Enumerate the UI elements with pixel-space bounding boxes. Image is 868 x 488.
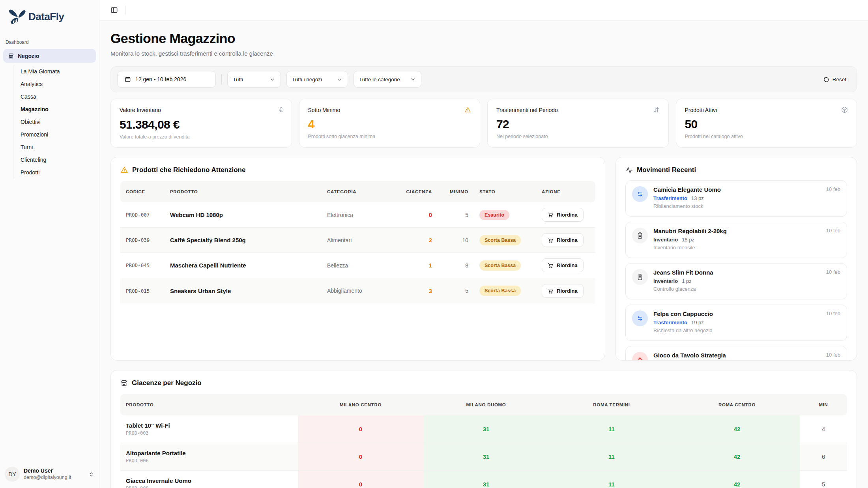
kpi-subtitle: Nel periodo selezionato	[496, 134, 660, 139]
min-value: 10	[438, 237, 474, 243]
product-category: Abbigliamento	[322, 288, 395, 294]
product-name: Sneakers Urban Style	[165, 288, 322, 294]
sidebar-item-prodotti[interactable]: Prodotti	[19, 166, 96, 179]
store-filter-value: Tutti i negozi	[292, 77, 322, 82]
col-roma-centro: Roma Centro	[674, 402, 800, 407]
movement-qty: 18 pz	[682, 237, 694, 243]
col-codice: Codice	[120, 189, 165, 194]
movement-date: 10 feb	[826, 269, 840, 275]
kpi-below-minimum: Sotto Minimo 4 Prodotti sotto giacenza m…	[299, 99, 481, 148]
store-icon	[8, 53, 14, 59]
sidebar-item-cassa[interactable]: Cassa	[19, 90, 96, 103]
logo: DataFly	[0, 0, 99, 31]
sidebar-item-analytics[interactable]: Analytics	[19, 78, 96, 90]
col-giacenza: Giacenza	[395, 189, 438, 194]
store-filter-select[interactable]: Tutti i negozi	[286, 71, 348, 88]
table-row: Tablet 10" Wi-Fi PROD-003 0 31 11 42 4	[120, 415, 847, 443]
stock-value: 31	[483, 426, 490, 432]
movement-qty: 13 pz	[691, 195, 704, 201]
kpi-title: Prodotti Attivi	[685, 107, 717, 113]
movement-product: Manubri Regolabili 2-20kg	[653, 228, 727, 234]
sidebar-item-obiettivi[interactable]: Obiettivi	[19, 116, 96, 128]
kpi-transfers: Trasferimenti nel Periodo 72 Nel periodo…	[487, 99, 669, 148]
cart-icon	[548, 262, 554, 268]
status-badge: Scorta Bassa	[479, 286, 521, 296]
category-filter-select[interactable]: Tutte le categorie	[354, 71, 421, 88]
topbar	[99, 0, 868, 21]
sidebar: DataFly Dashboard Negozio La Mia Giornat…	[0, 0, 99, 488]
table-row: PROD-007 Webcam HD 1080p Elettronica 0 5…	[120, 202, 595, 228]
movements-list: Camicia Elegante Uomo 10 feb Trasferimen…	[625, 180, 847, 361]
movement-date: 10 feb	[826, 310, 840, 316]
col-prodotto: Prodotto	[165, 189, 322, 194]
col-azione: Azione	[536, 189, 595, 194]
cart-icon	[548, 288, 554, 294]
product-code: PROD-007	[120, 212, 165, 218]
list-item: Manubri Regolabili 2-20kg 10 feb Inventa…	[625, 222, 847, 258]
package-icon	[841, 107, 848, 113]
stock-value: 11	[608, 426, 615, 432]
category-filter-value: Tutte le categorie	[359, 77, 400, 82]
stock-value: 42	[734, 453, 741, 460]
reorder-button[interactable]: Riordina	[542, 208, 584, 222]
sidebar-section-label: Dashboard	[0, 31, 99, 49]
col-milano-centro: Milano Centro	[298, 402, 423, 407]
sidebar-item-clienteling[interactable]: Clienteling	[19, 153, 96, 166]
sidebar-item-negozio[interactable]: Negozio	[3, 49, 96, 63]
kpi-inventory-value: Valore Inventario € 51.384,08 € Valore t…	[110, 99, 292, 148]
product-category: Alimentari	[322, 237, 395, 243]
cart-icon	[548, 212, 554, 218]
movement-product: Camicia Elegante Uomo	[653, 186, 721, 193]
table-row: Altoparlante Portatile PROD-006 0 31 11 …	[120, 443, 847, 471]
chevron-down-icon	[337, 77, 342, 82]
reset-filters-button[interactable]: Reset	[819, 73, 850, 86]
topbar-divider	[125, 6, 125, 15]
sidebar-item-magazzino[interactable]: Magazzino	[19, 103, 96, 116]
kpi-title: Sotto Minimo	[308, 107, 340, 113]
product-name: Tablet 10" Wi-Fi	[126, 422, 292, 429]
status-badge: Esaurito	[479, 210, 509, 220]
movement-qty: 19 pz	[691, 320, 704, 325]
product-name: Webcam HD 1080p	[165, 211, 322, 218]
sidebar-toggle-button[interactable]	[110, 6, 119, 15]
reorder-label: Riordina	[557, 288, 578, 294]
sidebar-item-la-mia-giornata[interactable]: La Mia Giornata	[19, 65, 96, 78]
movement-note: Inventario mensile	[653, 245, 840, 251]
product-code: PROD-039	[120, 237, 165, 243]
reorder-button[interactable]: Riordina	[542, 258, 584, 272]
page-subtitle: Monitora lo stock, gestisci trasferiment…	[110, 50, 857, 57]
clipboard-icon	[632, 228, 648, 243]
store-icon	[120, 380, 128, 387]
movement-note: Ribilanciamento stock	[653, 203, 840, 209]
user-menu[interactable]: DY Demo User demo@digitalyoung.it	[0, 461, 99, 488]
date-range-picker[interactable]: 12 gen - 10 feb 2026	[117, 71, 216, 88]
movement-product: Gioco da Tavolo Strategia	[653, 352, 726, 359]
movement-qty: 1 pz	[682, 278, 692, 284]
table-row: PROD-039 Caffè Specialty Blend 250g Alim…	[120, 228, 595, 253]
reorder-button[interactable]: Riordina	[542, 233, 584, 247]
product-code: PROD-006	[126, 458, 292, 464]
reorder-label: Riordina	[557, 212, 578, 218]
product-category: Elettronica	[322, 212, 395, 218]
chevrons-up-down-icon	[88, 471, 94, 477]
kpi-subtitle: Prodotti nel catalogo attivo	[685, 134, 848, 139]
col-stato: Stato	[474, 189, 536, 194]
col-minimo: Minimo	[438, 189, 474, 194]
sidebar-item-promozioni[interactable]: Promozioni	[19, 128, 96, 141]
clipboard-icon	[632, 269, 648, 285]
sidebar-item-turni[interactable]: Turni	[19, 141, 96, 153]
type-filter-select[interactable]: Tutti	[227, 71, 281, 88]
stock-value: 2	[395, 237, 438, 243]
kpi-value: 72	[496, 118, 660, 131]
movement-product: Felpa con Cappuccio	[653, 310, 713, 317]
warning-icon	[120, 166, 128, 174]
col-categoria: Categoria	[322, 189, 395, 194]
movement-date: 10 feb	[826, 228, 840, 234]
stock-value: 11	[608, 481, 615, 488]
movement-note: Controllo giacenza	[653, 286, 840, 292]
movement-type: Trasferimento	[653, 320, 687, 325]
reset-label: Reset	[832, 77, 846, 82]
recent-movements-panel: Movimenti Recenti Camicia Elegante Uomo	[615, 157, 857, 361]
movement-type: Inventario	[653, 237, 678, 243]
reorder-button[interactable]: Riordina	[542, 284, 584, 298]
